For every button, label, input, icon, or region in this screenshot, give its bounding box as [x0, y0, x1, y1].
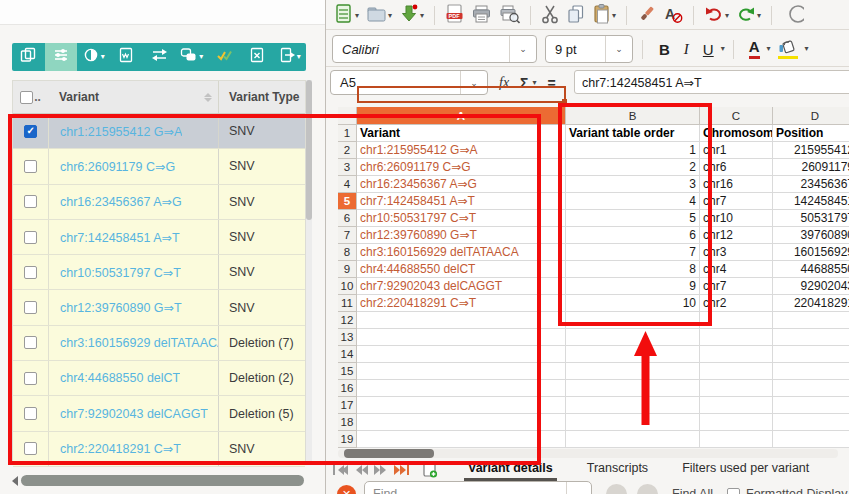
- variant-link[interactable]: chr12:39760890 G⇒T: [60, 300, 182, 315]
- row-header-2[interactable]: 2: [338, 142, 357, 159]
- search-button[interactable]: [780, 1, 806, 31]
- row-header-17[interactable]: 17: [338, 397, 357, 414]
- cell-C5[interactable]: chr7: [700, 193, 773, 210]
- close-icon[interactable]: ✕: [337, 485, 356, 494]
- cell-D2[interactable]: 215955412: [773, 142, 849, 159]
- row-checkbox[interactable]: [24, 407, 37, 420]
- column-header-D[interactable]: D: [773, 107, 849, 125]
- cell-D4[interactable]: 23456367: [773, 176, 849, 193]
- equals-icon[interactable]: =: [548, 75, 556, 91]
- row-header-19[interactable]: 19: [338, 431, 357, 448]
- cell-A8[interactable]: chr3:160156929 delTATAACA: [357, 244, 566, 261]
- cell-D10[interactable]: 92902043: [773, 278, 849, 295]
- copy-button[interactable]: [564, 2, 587, 30]
- row-checkbox[interactable]: [24, 125, 37, 138]
- chevron-down-icon[interactable]: ⌄: [460, 71, 487, 94]
- cell-B13[interactable]: [566, 329, 700, 346]
- cell-B18[interactable]: [566, 414, 700, 431]
- cell-reference-box[interactable]: A5 ⌄: [330, 70, 488, 95]
- cell-D14[interactable]: [773, 346, 849, 363]
- cell-A1[interactable]: Variant: [357, 125, 566, 142]
- table-row[interactable]: chr16:23456367 A⇒GSNV: [13, 185, 305, 220]
- row-header-13[interactable]: 13: [338, 329, 357, 346]
- cell-D3[interactable]: 26091179: [773, 159, 849, 176]
- cell-D18[interactable]: [773, 414, 849, 431]
- previous-sheet-icon[interactable]: [354, 465, 368, 475]
- comments-button[interactable]: ▾: [175, 43, 208, 71]
- row-checkbox[interactable]: [24, 231, 37, 244]
- chevron-down-icon[interactable]: ▾: [420, 12, 424, 20]
- cell-B6[interactable]: 5: [566, 210, 700, 227]
- bold-button[interactable]: B: [659, 41, 670, 58]
- cell-C14[interactable]: [700, 346, 773, 363]
- cell-C10[interactable]: chr7: [700, 278, 773, 295]
- column-header-C[interactable]: C: [700, 107, 773, 125]
- cell-B16[interactable]: [566, 380, 700, 397]
- cell-D11[interactable]: 220418291: [773, 295, 849, 312]
- variant-link[interactable]: chr3:160156929 delTATAACA: [60, 336, 218, 350]
- table-row[interactable]: chr10:50531797 C⇒TSNV: [13, 255, 305, 290]
- cell-A17[interactable]: [357, 397, 566, 414]
- column-header-B[interactable]: B: [566, 107, 700, 125]
- redo-button[interactable]: ▾: [734, 3, 763, 29]
- cell-B8[interactable]: 7: [566, 244, 700, 261]
- print-preview-button[interactable]: [497, 2, 522, 30]
- cell-C4[interactable]: chr16: [700, 176, 773, 193]
- cell-D1[interactable]: Position: [773, 125, 849, 142]
- row-header-15[interactable]: 15: [338, 363, 357, 380]
- chevron-down-icon[interactable]: ⌄: [605, 36, 632, 62]
- cell-A19[interactable]: [357, 431, 566, 448]
- cell-A9[interactable]: chr4:44688550 delCT: [357, 261, 566, 278]
- variant-link[interactable]: chr10:50531797 C⇒T: [60, 265, 181, 280]
- formula-input[interactable]: chr7:142458451 A⇒T: [574, 70, 849, 94]
- table-row[interactable]: chr6:26091179 C⇒GSNV: [13, 149, 305, 184]
- row-checkbox[interactable]: [24, 160, 37, 173]
- variant-link[interactable]: chr4:44688550 delCT: [60, 371, 180, 385]
- row-checkbox[interactable]: [24, 372, 37, 385]
- cell-A16[interactable]: [357, 380, 566, 397]
- scrollbar-thumb[interactable]: [21, 475, 304, 486]
- formatted-display-checkbox[interactable]: [727, 488, 740, 494]
- cell-A14[interactable]: [357, 346, 566, 363]
- row-header-16[interactable]: 16: [338, 380, 357, 397]
- row-header-4[interactable]: 4: [338, 176, 357, 193]
- cell-D17[interactable]: [773, 397, 849, 414]
- underline-dropdown-icon[interactable]: ▾: [721, 45, 725, 53]
- row-checkbox[interactable]: [24, 442, 37, 455]
- cell-C7[interactable]: chr12: [700, 227, 773, 244]
- table-row[interactable]: chr4:44688550 delCTDeletion (2): [13, 361, 305, 396]
- font-size-select[interactable]: 9 pt ⌄: [545, 35, 633, 63]
- cell-B17[interactable]: [566, 397, 700, 414]
- undo-button[interactable]: ▾: [702, 3, 731, 29]
- print-button[interactable]: [469, 2, 494, 30]
- cell-C16[interactable]: [700, 380, 773, 397]
- sum-icon[interactable]: Σ: [520, 75, 528, 91]
- cell-A12[interactable]: [357, 312, 566, 329]
- cell-D8[interactable]: 160156929: [773, 244, 849, 261]
- cell-A3[interactable]: chr6:26091179 C⇒G: [357, 159, 566, 176]
- save-button[interactable]: ▾: [397, 1, 426, 30]
- chevron-down-icon[interactable]: ▾: [612, 12, 616, 20]
- cell-C8[interactable]: chr3: [700, 244, 773, 261]
- find-input[interactable]: [365, 486, 566, 494]
- italic-button[interactable]: I: [684, 41, 689, 58]
- font-color-button[interactable]: A: [749, 39, 760, 59]
- copy-pages-button[interactable]: [12, 43, 45, 71]
- find-all-button[interactable]: Find All: [672, 487, 713, 494]
- cell-D19[interactable]: [773, 431, 849, 448]
- calc-horizontal-scrollbar[interactable]: [338, 449, 838, 458]
- function-wizard-icon[interactable]: fx: [499, 75, 509, 91]
- cell-C12[interactable]: [700, 312, 773, 329]
- vcf-file-button[interactable]: [110, 43, 143, 71]
- variant-link[interactable]: chr1:215955412 G⇒A: [60, 124, 182, 139]
- cell-A4[interactable]: chr16:23456367 A⇒G: [357, 176, 566, 193]
- table-row[interactable]: chr7:142458451 A⇒TSNV: [13, 220, 305, 255]
- cell-C2[interactable]: chr1: [700, 142, 773, 159]
- variant-link[interactable]: chr2:220418291 C⇒T: [60, 441, 181, 456]
- variant-link[interactable]: chr16:23456367 A⇒G: [60, 194, 182, 209]
- row-checkbox[interactable]: [24, 195, 37, 208]
- cell-B7[interactable]: 6: [566, 227, 700, 244]
- cell-D12[interactable]: [773, 312, 849, 329]
- cell-A10[interactable]: chr7:92902043 delCAGGT: [357, 278, 566, 295]
- highlight-color-button[interactable]: [778, 39, 798, 59]
